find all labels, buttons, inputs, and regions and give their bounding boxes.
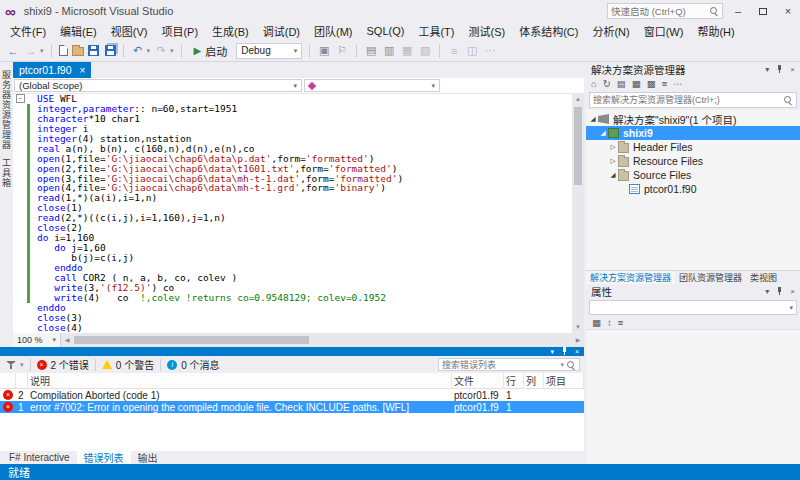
expander-icon[interactable]: ◢: [598, 129, 608, 137]
alphabetical-icon[interactable]: ↕: [607, 318, 612, 328]
menu-item-工具(T)[interactable]: 工具(T): [411, 22, 461, 40]
start-debug-button[interactable]: ▶ 启动: [189, 43, 233, 59]
filter-dropdown-icon[interactable]: ▾: [20, 361, 24, 369]
undo-icon[interactable]: ↶: [131, 44, 145, 57]
menu-item-SQL(Q)[interactable]: SQL(Q): [360, 22, 412, 40]
tab-团队资源管理器[interactable]: 团队资源管理器: [675, 271, 746, 284]
properties-title-bar[interactable]: 属性 ▾ ×: [586, 284, 800, 299]
document-tab[interactable]: ptcor01.f90 ×: [13, 62, 91, 78]
scroll-up-icon[interactable]: ▲: [572, 94, 584, 105]
side-tab-工具箱[interactable]: 工具箱: [0, 158, 13, 188]
zoom-dropdown[interactable]: 100 % ▾: [13, 333, 61, 347]
warnings-filter-button[interactable]: 0 个警告: [102, 357, 154, 372]
collapse-all-icon[interactable]: ▤: [617, 79, 626, 89]
property-pages-icon[interactable]: ≡: [618, 318, 624, 328]
header-column[interactable]: 列: [524, 373, 544, 388]
tree-item-Resource Files[interactable]: ▷Resource Files: [586, 154, 800, 168]
menu-item-分析(N)[interactable]: 分析(N): [585, 22, 636, 40]
show-all-files-icon[interactable]: ▩: [647, 79, 656, 89]
expander-icon[interactable]: ▷: [608, 157, 618, 165]
close-icon[interactable]: ×: [575, 348, 579, 355]
view-code-icon[interactable]: ≡: [662, 79, 668, 89]
expander-icon[interactable]: ◢: [588, 115, 598, 123]
solution-platforms-icon[interactable]: ▣: [317, 44, 331, 57]
scroll-down-icon[interactable]: ▼: [572, 322, 584, 333]
undo-dropdown-icon[interactable]: ▾: [147, 47, 151, 55]
uncomment-icon[interactable]: ▧: [418, 44, 432, 57]
scrollbar-thumb[interactable]: [574, 107, 582, 185]
categorized-icon[interactable]: ▦: [592, 318, 601, 328]
member-dropdown[interactable]: ▾: [304, 79, 440, 92]
comment-icon[interactable]: ▦: [400, 44, 414, 57]
menu-item-测试(S)[interactable]: 测试(S): [461, 22, 512, 40]
solution-explorer-search-box[interactable]: [589, 92, 797, 108]
code-line[interactable]: close(4): [13, 323, 572, 333]
editor-vertical-scrollbar[interactable]: ▲ ▼: [572, 94, 584, 333]
maximize-button[interactable]: [753, 2, 773, 20]
code-line[interactable]: write(4) co !,colev !returns co=0.954812…: [13, 293, 572, 303]
navigate-forward-icon[interactable]: →: [24, 45, 38, 57]
menu-item-项目(P)[interactable]: 项目(P): [154, 22, 205, 40]
menu-item-窗口(W)[interactable]: 窗口(W): [637, 22, 691, 40]
tab-close-icon[interactable]: ×: [80, 65, 86, 76]
tree-item-ptcor01.f90[interactable]: ptcor01.f90: [586, 182, 800, 196]
code-line[interactable]: close(2): [13, 223, 572, 233]
pin-icon[interactable]: [776, 65, 783, 74]
code-line[interactable]: character*10 char1: [13, 114, 572, 124]
refresh-icon[interactable]: ↻: [603, 79, 611, 89]
tab-输出[interactable]: 输出: [131, 451, 165, 464]
properties-object-dropdown[interactable]: ▾: [589, 300, 797, 315]
scroll-left-icon[interactable]: ◀: [61, 333, 73, 347]
tab-解决方案资源管理器[interactable]: 解决方案资源管理器: [586, 271, 675, 284]
pin-icon[interactable]: [776, 287, 783, 296]
menu-item-文件(F)[interactable]: 文件(F): [3, 22, 53, 40]
messages-filter-button[interactable]: i 0 个消息: [167, 357, 219, 372]
editor-horizontal-scrollbar[interactable]: ◀ ▶: [61, 333, 584, 347]
expander-icon[interactable]: ◢: [608, 171, 618, 179]
menu-item-调试(D)[interactable]: 调试(D): [256, 22, 307, 40]
chevron-down-icon[interactable]: ▾: [550, 348, 554, 356]
save-all-icon[interactable]: [105, 45, 116, 56]
outline-icon[interactable]: ◫: [465, 44, 479, 57]
save-icon[interactable]: [88, 45, 99, 56]
redo-dropdown-icon[interactable]: ▾: [170, 47, 174, 55]
chevron-down-icon[interactable]: ▾: [765, 287, 769, 296]
fold-collapse-icon[interactable]: -: [16, 94, 25, 103]
tree-item-shixi9[interactable]: ◢shixi9: [586, 126, 800, 140]
close-icon[interactable]: ×: [790, 65, 795, 74]
new-file-icon[interactable]: [59, 45, 68, 56]
expander-icon[interactable]: ▷: [608, 143, 618, 151]
find-icon[interactable]: ▤: [364, 44, 378, 57]
menu-item-体系结构(C)[interactable]: 体系结构(C): [512, 22, 585, 40]
minimize-button[interactable]: –: [728, 2, 748, 20]
header-file[interactable]: 文件: [452, 373, 504, 388]
side-tab-服务器资源管理器[interactable]: 服务器资源管理器: [0, 70, 13, 150]
config-dropdown[interactable]: Debug ▾: [236, 43, 302, 59]
chevron-down-icon[interactable]: ▾: [765, 65, 769, 74]
tab-错误列表[interactable]: 错误列表: [77, 451, 131, 464]
code-area[interactable]: -USE WFLinteger,parameter:: n=60,start=1…: [13, 94, 572, 333]
solution-explorer-title-bar[interactable]: 解决方案资源管理器 ▾ ×: [586, 62, 800, 77]
menu-item-编辑(E)[interactable]: 编辑(E): [53, 22, 104, 40]
error-list-search-input[interactable]: [442, 360, 560, 370]
header-project[interactable]: 项目: [544, 373, 584, 388]
code-line[interactable]: read(2,*)((c(i,j),i=1,160),j=1,n): [13, 213, 572, 223]
close-icon[interactable]: ×: [790, 287, 795, 296]
menu-item-视图(V)[interactable]: 视图(V): [104, 22, 155, 40]
error-row[interactable]: ×1error #7002: Error in opening the comp…: [0, 401, 584, 413]
error-list-search-box[interactable]: ▾: [438, 358, 580, 371]
code-line[interactable]: b(j)=c(i,j): [13, 253, 572, 263]
solution-explorer-search-input[interactable]: [593, 95, 781, 105]
more-options-icon[interactable]: ⋯: [483, 44, 497, 57]
navigate-back-icon[interactable]: ←: [6, 45, 20, 57]
code-line[interactable]: read(1,*)(a(i),i=1,n): [13, 193, 572, 203]
home-icon[interactable]: ⌂: [591, 79, 597, 89]
filter-icon[interactable]: [6, 360, 16, 370]
properties-icon[interactable]: ▦: [632, 79, 641, 89]
tree-item-解决方案"shixi9"(1 个项目)[interactable]: ◢解决方案"shixi9"(1 个项目): [586, 112, 800, 126]
open-file-icon[interactable]: [72, 47, 84, 56]
navigation-dropdown-icon[interactable]: ▾: [40, 47, 44, 55]
scrollbar-thumb[interactable]: [74, 336, 309, 344]
header-line[interactable]: 行: [504, 373, 524, 388]
code-line[interactable]: close(3): [13, 313, 572, 323]
